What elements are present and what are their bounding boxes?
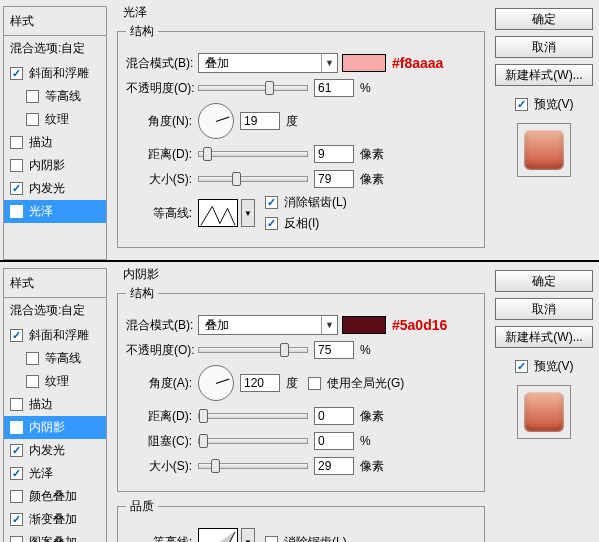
style-item-label: 纹理 [45,111,69,128]
styles-heading: 样式 [4,10,106,35]
antialias-checkbox[interactable]: 消除锯齿(L) [265,194,347,211]
blend-mode-label: 混合模式(B): [126,55,198,72]
angle-dial[interactable]: .dial::after{transform:rotate(-19deg);} [198,103,234,139]
new-style-button[interactable]: 新建样式(W)... [495,64,593,86]
blending-options[interactable]: 混合选项:自定 [4,297,106,324]
style-item[interactable]: 等高线 [4,347,106,370]
contour-picker[interactable] [198,528,238,542]
blend-mode-dropdown[interactable]: 叠加 ▼ [198,53,338,73]
opacity-input[interactable]: 61 [314,79,354,97]
style-item[interactable]: 纹理 [4,108,106,131]
blend-mode-value: 叠加 [205,317,229,334]
styles-heading: 样式 [4,272,106,297]
preview-label: 预览(V) [534,358,574,375]
layer-style-panel-inner-shadow: 样式 混合选项:自定 斜面和浮雕等高线纹理描边内阴影内发光光泽颜色叠加渐变叠加图… [0,262,599,542]
size-slider[interactable] [198,176,308,182]
opacity-slider[interactable] [198,347,308,353]
style-item[interactable]: 等高线 [4,85,106,108]
style-item[interactable]: 颜色叠加 [4,485,106,508]
color-annotation: #f8aaaa [392,55,443,71]
opacity-input[interactable]: 75 [314,341,354,359]
checkbox-icon [10,398,23,411]
layer-style-panel-satin: 样式 混合选项:自定 斜面和浮雕等高线纹理描边内阴影内发光光泽 光泽 结构 混合… [0,0,599,262]
contour-dropdown[interactable]: ▼ [241,528,255,542]
global-light-label: 使用全局光(G) [327,375,404,392]
style-item-label: 描边 [29,396,53,413]
angle-input[interactable]: 120 [240,374,280,392]
checkbox-icon [265,196,278,209]
style-item[interactable]: 斜面和浮雕 [4,324,106,347]
style-item[interactable]: 斜面和浮雕 [4,62,106,85]
chevron-down-icon: ▼ [321,316,337,334]
style-item[interactable]: 内发光 [4,439,106,462]
contour-label: 等高线: [126,205,198,222]
invert-checkbox[interactable]: 反相(I) [265,215,347,232]
style-item-label: 等高线 [45,350,81,367]
actions-column: 确定 取消 新建样式(W)... 预览(V) [489,262,599,542]
contour-picker[interactable] [198,199,238,227]
contour-dropdown[interactable]: ▼ [241,199,255,227]
color-swatch[interactable] [342,54,386,72]
choke-slider[interactable] [198,438,308,444]
checkbox-icon [10,67,23,80]
style-item[interactable]: 图案叠加 [4,531,106,542]
blend-mode-dropdown[interactable]: 叠加 ▼ [198,315,338,335]
size-input[interactable]: 29 [314,457,354,475]
style-item-label: 光泽 [29,203,53,220]
size-unit: 像素 [360,458,384,475]
new-style-button[interactable]: 新建样式(W)... [495,326,593,348]
ok-button[interactable]: 确定 [495,270,593,292]
distance-slider[interactable] [198,413,308,419]
opacity-unit: % [360,343,371,357]
cancel-button[interactable]: 取消 [495,298,593,320]
angle-dial[interactable] [198,365,234,401]
size-slider[interactable] [198,463,308,469]
preview-checkbox[interactable]: 预览(V) [515,96,574,113]
color-swatch[interactable] [342,316,386,334]
style-item[interactable]: 描边 [4,131,106,154]
settings-area: 光泽 结构 混合模式(B): 叠加 ▼ #f8aaaa 不透明度(O): 61 … [107,0,489,260]
size-label: 大小(S): [126,458,198,475]
choke-input[interactable]: 0 [314,432,354,450]
opacity-label: 不透明度(O): [126,80,198,97]
blending-options[interactable]: 混合选项:自定 [4,35,106,62]
actions-column: 确定 取消 新建样式(W)... 预览(V) [489,0,599,260]
ok-button[interactable]: 确定 [495,8,593,30]
style-item-label: 内发光 [29,442,65,459]
styles-list: 样式 混合选项:自定 斜面和浮雕等高线纹理描边内阴影内发光光泽颜色叠加渐变叠加图… [3,268,107,542]
checkbox-icon [26,375,39,388]
antialias-checkbox[interactable]: 消除锯齿(L) [265,534,347,543]
style-item[interactable]: 内阴影 [4,154,106,177]
angle-label: 角度(N): [126,113,198,130]
style-item[interactable]: 内发光 [4,177,106,200]
cancel-button[interactable]: 取消 [495,36,593,58]
distance-input[interactable]: 9 [314,145,354,163]
style-item-label: 描边 [29,134,53,151]
style-item-label: 斜面和浮雕 [29,65,89,82]
size-input[interactable]: 79 [314,170,354,188]
contour-label: 等高线: [126,534,198,543]
checkbox-icon [10,444,23,457]
blend-mode-value: 叠加 [205,55,229,72]
angle-input[interactable]: 19 [240,112,280,130]
checkbox-icon [10,136,23,149]
opacity-slider[interactable] [198,85,308,91]
checkbox-icon [10,536,23,542]
checkbox-icon [308,377,321,390]
style-item[interactable]: 内阴影 [4,416,106,439]
preview-checkbox[interactable]: 预览(V) [515,358,574,375]
global-light-checkbox[interactable]: 使用全局光(G) [308,375,404,392]
distance-slider[interactable] [198,151,308,157]
checkbox-icon [515,360,528,373]
style-item[interactable]: 描边 [4,393,106,416]
style-item[interactable]: 光泽 [4,462,106,485]
style-item[interactable]: 光泽 [4,200,106,223]
style-item-label: 图案叠加 [29,534,77,542]
settings-area: 内阴影 结构 混合模式(B): 叠加 ▼ #5a0d16 不透明度(O): 75… [107,262,489,542]
style-item[interactable]: 纹理 [4,370,106,393]
style-item-label: 内阴影 [29,419,65,436]
distance-input[interactable]: 0 [314,407,354,425]
style-item[interactable]: 渐变叠加 [4,508,106,531]
blend-mode-label: 混合模式(B): [126,317,198,334]
invert-label: 反相(I) [284,215,319,232]
